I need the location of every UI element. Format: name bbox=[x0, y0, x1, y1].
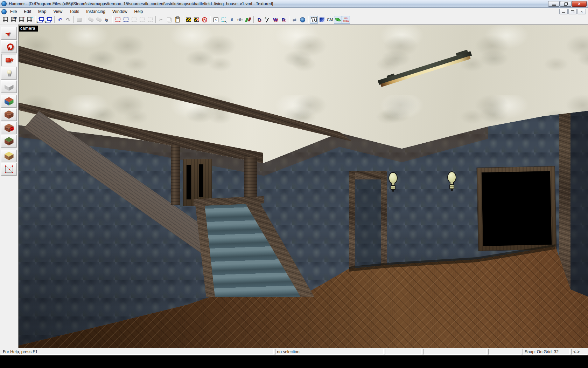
toggle-grid-button[interactable] bbox=[1, 16, 9, 24]
camera-3d-viewport[interactable]: camera bbox=[18, 25, 588, 348]
door-frame bbox=[349, 171, 387, 269]
dashed-box-gray-icon bbox=[148, 18, 153, 22]
clipping-tool[interactable] bbox=[1, 150, 17, 162]
map-tools-palette: ➤ bbox=[0, 25, 18, 348]
menu-file[interactable]: File bbox=[7, 8, 20, 15]
slit-window-1 bbox=[187, 165, 191, 199]
smaller-grid-button[interactable]: − bbox=[18, 16, 26, 24]
menu-edit[interactable]: Edit bbox=[20, 8, 35, 15]
door-jamb-left bbox=[349, 171, 355, 269]
window-frame bbox=[477, 166, 557, 251]
hide-selected-button[interactable] bbox=[114, 16, 122, 24]
menu-bar: File Edit Map View Tools Instancing Wind… bbox=[0, 8, 588, 15]
status-pane-5 bbox=[488, 349, 521, 355]
cm-toggle-button[interactable]: CM bbox=[326, 16, 334, 24]
larger-grid-button[interactable]: + bbox=[26, 16, 34, 24]
grid-minus-label: − bbox=[23, 16, 25, 19]
magnify-tool[interactable] bbox=[1, 40, 17, 53]
mdi-restore-button[interactable] bbox=[568, 9, 577, 14]
drag-select-icon: ↖ bbox=[222, 18, 226, 22]
load-window-state-button[interactable]: L bbox=[37, 16, 45, 24]
mdi-document-icon[interactable] bbox=[1, 9, 7, 14]
menu-view[interactable]: View bbox=[50, 8, 66, 15]
title-bar[interactable]: Hammer - [D:\Program Files (x86)\Steam\s… bbox=[0, 0, 588, 8]
bulb-base bbox=[449, 184, 454, 189]
toolbar-separator bbox=[74, 16, 74, 23]
ray-mask-icon: R bbox=[282, 17, 285, 22]
ray-mask-button[interactable]: R bbox=[279, 16, 287, 24]
ignore-groups-button[interactable]: ig bbox=[103, 16, 111, 24]
save-window-state-button[interactable]: S bbox=[45, 16, 53, 24]
hide-unselected-items-button[interactable] bbox=[192, 16, 201, 24]
toolbar-separator bbox=[289, 16, 289, 23]
hammer-editor-window: Hammer - [D:\Program Files (x86)\Steam\s… bbox=[0, 0, 588, 368]
mdi-restore-icon bbox=[571, 10, 574, 13]
toggle-3d-grid-button[interactable]: 3D bbox=[9, 16, 18, 24]
overlay-tool[interactable] bbox=[1, 135, 17, 148]
toolbar: 3D − + L S ↶ ↷ ig ✂ R × ↖ tl +tl+ bbox=[0, 15, 588, 25]
show-3d-tools-button[interactable]: 3 bbox=[263, 16, 271, 24]
selection-tool[interactable]: ➤ bbox=[1, 27, 17, 40]
save-letter: S bbox=[45, 20, 47, 23]
gradient-toggle-button[interactable] bbox=[318, 16, 326, 24]
minimize-icon bbox=[552, 5, 556, 6]
close-icon: × bbox=[578, 2, 580, 6]
hatch-pattern-icon bbox=[311, 17, 317, 22]
visgroup-button-3 bbox=[146, 16, 154, 24]
refresh-sprites-button[interactable]: ⇄ bbox=[290, 16, 299, 24]
status-selection: no selection. bbox=[275, 349, 384, 355]
texture-scale-lock-button[interactable]: +tl+ bbox=[236, 16, 244, 24]
menu-map[interactable]: Map bbox=[35, 8, 50, 15]
toolbar-separator bbox=[253, 16, 254, 23]
menu-window[interactable]: Window bbox=[109, 8, 131, 15]
group-icon bbox=[88, 18, 91, 21]
radius-culling-icon: R bbox=[202, 17, 207, 22]
texture-lock-button[interactable]: tl bbox=[228, 16, 236, 24]
flip-faces-button[interactable] bbox=[244, 16, 252, 24]
toolbar-separator bbox=[35, 16, 35, 23]
hazard-stripes-icon bbox=[186, 18, 191, 22]
apply-decals-tool[interactable] bbox=[1, 122, 17, 134]
world-globe-button[interactable] bbox=[299, 16, 307, 24]
cm-label: CM bbox=[327, 18, 333, 22]
texture-scale-lock-label: +tl+ bbox=[237, 18, 243, 22]
world-mask-button[interactable]: W bbox=[271, 16, 279, 24]
decal-target-icon bbox=[10, 127, 14, 131]
entity-tool[interactable] bbox=[1, 67, 17, 80]
gradient-square-icon bbox=[320, 18, 324, 22]
nodraw-toggle-button[interactable]: nodraw bbox=[342, 16, 350, 24]
menu-instancing[interactable]: Instancing bbox=[83, 8, 109, 15]
foliage-toggle-button[interactable] bbox=[334, 16, 342, 24]
texture-application-tool[interactable] bbox=[1, 95, 17, 108]
status-pane-3 bbox=[385, 349, 422, 355]
nodraw-icon: nodraw bbox=[343, 17, 349, 22]
restore-button[interactable] bbox=[560, 1, 572, 7]
hide-items-button[interactable] bbox=[184, 16, 192, 24]
texture-hatch-toggle-button[interactable] bbox=[310, 16, 318, 24]
drag-select-button[interactable]: ↖ bbox=[220, 16, 228, 24]
cursor-arrow-icon: ↖ bbox=[224, 20, 227, 23]
minimize-button[interactable] bbox=[548, 1, 560, 7]
vertex-manipulation-tool[interactable] bbox=[1, 163, 17, 176]
camera-icon bbox=[5, 57, 13, 63]
dashed-box-red-icon bbox=[115, 18, 120, 22]
radius-culling-button[interactable]: R bbox=[201, 16, 209, 24]
ungroup-icon bbox=[96, 18, 99, 21]
light-bulb-entity-1 bbox=[388, 172, 399, 193]
clip-cube-icon bbox=[5, 152, 14, 160]
mdi-minimize-button[interactable] bbox=[559, 9, 568, 14]
mdi-close-button[interactable]: × bbox=[578, 9, 586, 14]
paste-button[interactable] bbox=[173, 16, 181, 24]
close-button[interactable]: × bbox=[572, 1, 587, 7]
displacement-mask-button[interactable]: D bbox=[255, 16, 263, 24]
undo-button[interactable]: ↶ bbox=[56, 16, 64, 24]
slit-window-2 bbox=[199, 164, 203, 197]
hide-unselected-button[interactable] bbox=[122, 16, 130, 24]
menu-tools[interactable]: Tools bbox=[66, 8, 83, 15]
block-tool[interactable] bbox=[1, 80, 17, 93]
camera-tool[interactable] bbox=[1, 54, 17, 66]
apply-current-texture-tool[interactable] bbox=[1, 108, 17, 121]
menu-help[interactable]: Help bbox=[131, 8, 147, 15]
status-resize-grip[interactable]: <-> bbox=[571, 349, 587, 355]
select-by-handles-button[interactable]: × bbox=[212, 16, 220, 24]
